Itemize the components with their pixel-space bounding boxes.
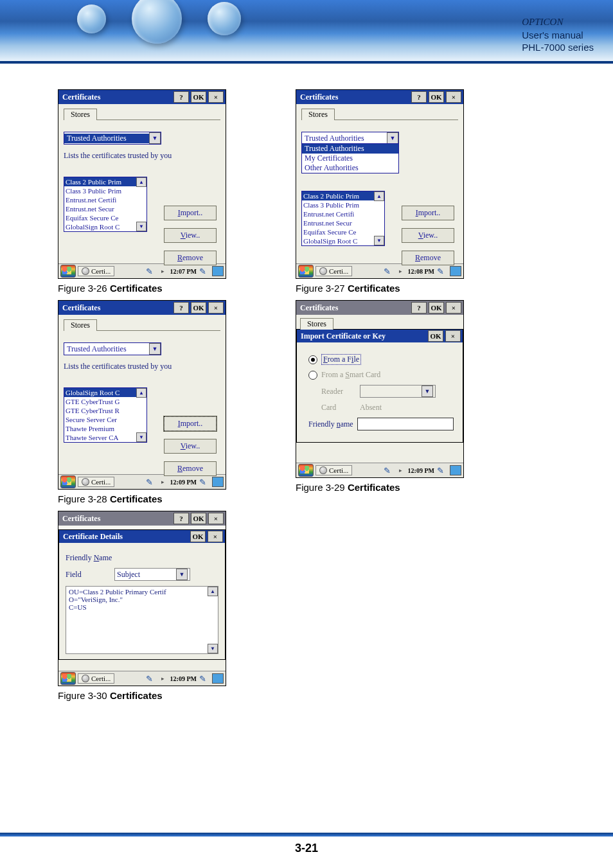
radio-from-smartcard-row[interactable]: From a Smart Card [308,370,454,380]
list-item[interactable]: Secure Server Cer [64,415,147,424]
scroll-down-icon[interactable]: ▼ [136,432,147,442]
ok-button[interactable]: OK [428,330,443,342]
radio-on-icon[interactable] [308,355,317,364]
detail-textbox[interactable]: OU=Class 2 Public Primary Certif O="Veri… [66,586,218,654]
ok-button[interactable]: OK [191,91,206,103]
list-item[interactable]: GTE CyberTrust R [64,406,147,415]
cert-listbox[interactable]: Class 2 Public Prim Class 3 Public Prim … [64,177,147,232]
help-button[interactable]: ? [411,302,427,314]
taskbar-app[interactable]: Certi... [315,266,352,276]
help-button[interactable]: ? [173,91,189,103]
chevron-down-icon[interactable]: ▼ [149,343,161,355]
sip-tray-icon[interactable] [199,267,209,276]
view-button[interactable]: View.. [164,439,217,454]
pen-tray-icon[interactable] [146,477,156,486]
list-item[interactable]: Entrust.net Secur [302,218,384,227]
list-item[interactable]: GTE CyberTrust G [64,397,147,406]
dropdown-option[interactable]: Other Authorities [302,163,398,173]
taskbar-app[interactable]: Certi... [78,266,114,276]
taskbar-app[interactable]: Certi... [315,465,352,475]
view-button[interactable]: View.. [164,228,217,243]
start-button[interactable] [60,672,76,685]
taskbar-app[interactable]: Certi... [78,673,114,684]
ok-button[interactable]: OK [429,91,444,103]
list-item[interactable]: GlobalSign Root C [302,236,384,245]
reader-select[interactable]: ▼ [360,385,436,398]
network-tray-icon[interactable] [450,465,461,475]
list-item[interactable]: Class 2 Public Prim [64,177,147,186]
store-dropdown[interactable]: Trusted Authorities ▼ [64,342,161,355]
start-button[interactable] [60,265,76,278]
start-button[interactable] [298,464,314,477]
ok-button[interactable]: OK [191,513,206,524]
close-button[interactable]: × [446,302,461,314]
store-dropdown[interactable]: Trusted Authorities ▼ [64,132,161,145]
remove-button[interactable]: Remove [402,251,454,265]
help-button[interactable]: ? [173,302,189,314]
cert-listbox[interactable]: Class 2 Public Prim Class 3 Public Prim … [301,191,385,246]
scroll-up-icon[interactable]: ▲ [374,191,384,201]
scroll-down-icon[interactable]: ▼ [374,236,384,245]
ok-button[interactable]: OK [429,302,444,314]
pen-tray-icon[interactable] [384,267,394,276]
start-button[interactable] [60,475,76,488]
store-dropdown[interactable]: Trusted Authorities ▼ [301,132,399,145]
taskbar-app[interactable]: Certi... [78,477,114,487]
pen-tray-icon[interactable] [146,674,156,683]
sip-tray-icon[interactable] [199,477,209,486]
ok-button[interactable]: OK [190,531,206,542]
chevron-down-icon[interactable]: ▼ [149,132,161,144]
cert-listbox[interactable]: GlobalSign Root C GTE CyberTrust G GTE C… [64,387,147,443]
friendly-name-input[interactable] [357,418,454,430]
remove-button[interactable]: Remove [164,461,217,476]
radio-from-file-row[interactable]: From a File [308,354,454,365]
dropdown-option[interactable]: Trusted Authorities [302,144,398,154]
network-tray-icon[interactable] [212,673,224,684]
import-button[interactable]: Import.. [164,206,217,220]
list-item[interactable]: Entrust.net Certifi [302,209,384,218]
help-button[interactable]: ? [173,513,189,524]
scroll-up-icon[interactable]: ▲ [208,587,218,596]
list-item[interactable]: Class 3 Public Prim [64,186,147,195]
import-button[interactable]: Import.. [164,416,217,431]
close-button[interactable]: × [208,91,224,103]
close-button[interactable]: × [208,513,224,524]
scroll-up-icon[interactable]: ▲ [136,388,147,398]
list-item[interactable]: Thawte Premium [64,424,147,433]
sip-tray-icon[interactable] [199,674,209,683]
close-button[interactable]: × [208,302,224,314]
list-item[interactable]: Equifax Secure Ce [302,227,384,236]
view-button[interactable]: View.. [402,228,454,243]
store-dropdown-list[interactable]: Trusted Authorities My Certificates Othe… [301,143,399,173]
import-button[interactable]: Import.. [402,206,454,220]
chevron-down-icon[interactable]: ▼ [176,569,188,580]
tab-stores[interactable]: Stores [64,319,97,331]
list-item[interactable]: Entrust.net Secur [64,204,147,213]
list-item[interactable]: Class 2 Public Prim [302,191,384,200]
scroll-down-icon[interactable]: ▼ [208,644,218,653]
tab-stores[interactable]: Stores [301,109,335,120]
sip-tray-icon[interactable] [437,466,447,475]
tab-stores[interactable]: Stores [64,109,97,120]
list-item[interactable]: Thawte Server CA [64,433,147,442]
pen-tray-icon[interactable] [146,267,156,276]
ok-button[interactable]: OK [191,302,206,314]
chevron-down-icon[interactable]: ▼ [387,132,398,144]
close-button[interactable]: × [446,91,461,103]
close-button[interactable]: × [208,531,223,542]
list-item[interactable]: Entrust.net Certifi [64,195,147,204]
tab-stores[interactable]: Stores [300,318,333,330]
pen-tray-icon[interactable] [384,466,394,475]
start-button[interactable] [298,265,314,278]
list-item[interactable]: GlobalSign Root C [64,222,147,231]
list-item[interactable]: Class 3 Public Prim [302,200,384,209]
scroll-down-icon[interactable]: ▼ [136,222,147,231]
list-item[interactable]: Equifax Secure Ce [64,213,147,222]
scroll-up-icon[interactable]: ▲ [136,177,147,187]
sip-tray-icon[interactable] [437,267,447,276]
field-select[interactable]: Subject▼ [114,568,190,581]
close-button[interactable]: × [445,330,461,342]
radio-off-icon[interactable] [308,371,317,380]
list-item[interactable]: GlobalSign Root C [64,388,147,397]
remove-button[interactable]: Remove [164,251,217,265]
